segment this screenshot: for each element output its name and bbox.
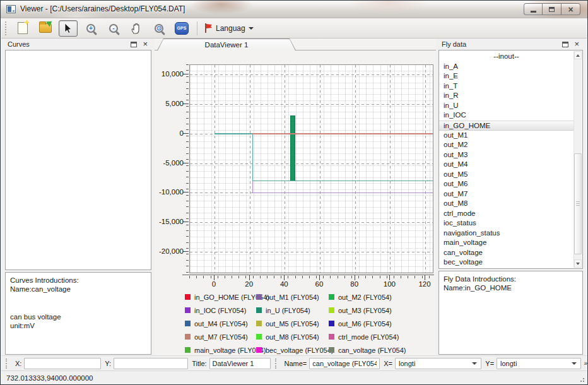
x-tick-label: 20: [245, 280, 253, 288]
chart-line-segment: [215, 133, 252, 134]
select-cursor-button[interactable]: [59, 20, 78, 37]
legend-item[interactable]: in_GO_HOME (FLY054): [185, 293, 256, 301]
fly-data-item[interactable]: in_A: [439, 62, 582, 72]
zoom-in-icon: +: [86, 24, 95, 33]
curves-dock-titlebar[interactable]: Curves ×: [3, 38, 153, 50]
legend-item[interactable]: can_voltage (FLY054): [329, 346, 423, 354]
scroll-down-button[interactable]: [574, 259, 582, 268]
toolbar-drag-handle[interactable]: [275, 358, 278, 369]
tab-dataviewer-1[interactable]: DataViewer 1: [157, 38, 296, 50]
float-dock-icon[interactable]: [562, 42, 568, 47]
fly-data-item[interactable]: in_U: [439, 101, 582, 111]
y-tick-label: -5,000: [155, 159, 184, 167]
fly-data-item[interactable]: main_voltage: [439, 238, 582, 248]
legend-item[interactable]: out_M7 (FLY054): [185, 333, 256, 341]
fly-data-item[interactable]: out_M4: [439, 160, 582, 170]
flydata-dock-titlebar[interactable]: Fly data ×: [437, 38, 584, 50]
triangle-up-icon: [576, 54, 580, 57]
fly-data-item[interactable]: out_M6: [439, 179, 582, 189]
x-axis-select[interactable]: longti: [395, 358, 481, 369]
legend-item[interactable]: main_voltage (FLY054): [185, 346, 256, 354]
triangle-down-icon: [576, 263, 580, 265]
fly-data-item[interactable]: in_T: [439, 81, 582, 92]
gridline-vertical: [320, 65, 320, 273]
chart-legend: in_GO_HOME (FLY054)out_M1 (FLY054)out_M2…: [185, 293, 423, 354]
fly-data-item[interactable]: out_M5: [439, 170, 582, 180]
scroll-up-button[interactable]: [574, 51, 582, 59]
y-field-label: Y:: [105, 360, 111, 367]
legend-item[interactable]: out_M6 (FLY054): [329, 319, 423, 328]
legend-item[interactable]: out_M1 (FLY054): [256, 293, 329, 301]
new-file-button[interactable]: [13, 20, 32, 37]
toolbar-overflow-button[interactable]: »: [584, 360, 587, 367]
curves-dock-title: Curves: [3, 40, 131, 48]
y-tick-label: 10,000: [155, 70, 184, 78]
pan-hand-button[interactable]: [127, 20, 146, 37]
close-dock-icon[interactable]: ×: [143, 41, 148, 47]
zoom-in-button[interactable]: +: [81, 20, 100, 37]
fly-data-item[interactable]: out_M1: [439, 131, 582, 141]
scrollbar[interactable]: [573, 51, 582, 268]
gps-icon: GPS: [175, 22, 189, 35]
y-input[interactable]: [114, 358, 188, 369]
curve-name-input[interactable]: [309, 358, 380, 369]
legend-item[interactable]: out_M5 (FLY054): [256, 319, 329, 328]
maximize-button[interactable]: [543, 3, 562, 15]
open-file-button[interactable]: [36, 20, 55, 37]
legend-item[interactable]: in_U (FLY054): [256, 306, 329, 314]
fly-data-item[interactable]: in_IOC: [439, 110, 582, 121]
legend-item[interactable]: ctrl_mode (FLY054): [329, 333, 423, 341]
fly-data-item[interactable]: navigation_status: [439, 228, 582, 239]
x-input[interactable]: [24, 358, 101, 369]
scrollbar-thumb[interactable]: [574, 153, 582, 254]
zoom-out-button[interactable]: -: [104, 20, 123, 37]
fly-data-item[interactable]: in_R: [439, 91, 582, 101]
legend-item[interactable]: out_M2 (FLY054): [329, 293, 423, 301]
minimize-button[interactable]: [524, 3, 543, 15]
fly-data-item[interactable]: ctrl_mode: [439, 209, 582, 219]
gps-button[interactable]: GPS: [172, 20, 191, 37]
x-axis-selected-value: longti: [399, 360, 469, 367]
x-axis-tick: [214, 275, 215, 280]
x-tick-label: 120: [418, 280, 430, 288]
fly-data-item[interactable]: can_voltage: [439, 248, 582, 258]
name-field-label: Name=: [284, 360, 307, 367]
fly-data-item[interactable]: out_M8: [439, 199, 582, 209]
title-input[interactable]: [209, 358, 271, 369]
legend-item[interactable]: out_M3 (FLY054): [329, 306, 423, 314]
curves-list-panel[interactable]: [5, 50, 151, 270]
y-axis-tick: [183, 133, 189, 134]
language-menu-button[interactable]: Languag: [201, 20, 257, 37]
legend-swatch: [185, 307, 191, 313]
y-axis-tick: [183, 222, 189, 222]
fly-data-item[interactable]: --inout--: [439, 52, 582, 62]
legend-item[interactable]: bec_voltage (FLY054): [256, 346, 329, 354]
fly-data-item[interactable]: out_M3: [439, 150, 582, 160]
fly-data-item[interactable]: ioc_status: [439, 218, 582, 228]
toolbar-drag-handle[interactable]: [6, 358, 8, 369]
legend-label: out_M2 (FLY054): [338, 293, 392, 301]
legend-item[interactable]: out_M8 (FLY054): [256, 333, 329, 341]
fly-data-item[interactable]: out_M7: [439, 189, 582, 199]
new-file-icon: [18, 22, 28, 34]
legend-label: out_M1 (FLY054): [266, 293, 319, 301]
fly-data-item[interactable]: in_GO_HOME: [439, 121, 573, 131]
legend-item[interactable]: out_M4 (FLY054): [185, 319, 256, 328]
fly-data-item[interactable]: in_E: [439, 71, 582, 81]
fly-data-item[interactable]: bec_voltage: [439, 258, 582, 268]
legend-swatch: [185, 334, 191, 340]
float-dock-icon[interactable]: [131, 42, 137, 47]
fly-data-item[interactable]: out_M2: [439, 140, 582, 150]
plot-area[interactable]: [189, 64, 433, 273]
x-axis-tick: [284, 275, 285, 280]
close-button[interactable]: ×: [562, 3, 580, 15]
legend-label: main_voltage (FLY054): [194, 346, 266, 354]
resize-grip[interactable]: [579, 376, 585, 382]
fly-data-list[interactable]: --inout--in_Ain_Ein_Tin_Rin_Uin_IOCin_GO…: [438, 50, 583, 269]
toolbar-drag-handle[interactable]: [5, 21, 8, 35]
title-bar[interactable]: Viewer - [C:/Users/araines/Desktop/FLY05…: [1, 1, 587, 18]
y-axis-select[interactable]: longti: [497, 358, 581, 369]
zoom-reset-button[interactable]: ⊙: [150, 20, 168, 37]
legend-item[interactable]: in_IOC (FLY054): [185, 306, 256, 314]
close-dock-icon[interactable]: ×: [574, 41, 579, 47]
